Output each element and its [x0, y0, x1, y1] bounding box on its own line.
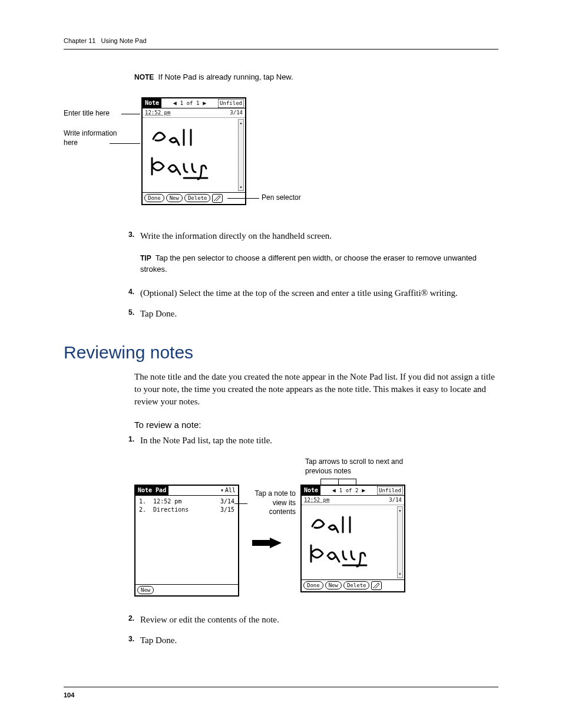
- step-b1: 1. In the Note Pad list, tap the note ti…: [119, 434, 498, 447]
- note-list: 1. 12:52 pm 3/14 2. Directions 3/15: [135, 496, 238, 584]
- pen-icon: [373, 582, 380, 588]
- palm-note-detail: Note ◀ 1 of 2 ▶ Unfiled 12:52 pm 3/14: [300, 485, 405, 592]
- new-button[interactable]: New: [325, 581, 342, 589]
- step-number: 2.: [119, 614, 140, 626]
- callout-scroll-arrows: Tap arrows to scroll to next and previou…: [305, 457, 411, 476]
- step-number: 4.: [119, 287, 140, 299]
- note-text: If Note Pad is already running, tap New.: [158, 73, 293, 81]
- handwriting-icon: [147, 123, 224, 187]
- delete-button[interactable]: Delete: [343, 581, 370, 589]
- scrollbar[interactable]: ▴ ▾: [397, 506, 403, 578]
- note-date: 3/14: [389, 496, 402, 504]
- delete-button[interactable]: Delete: [184, 194, 211, 202]
- note-canvas[interactable]: ▴ ▾: [143, 118, 245, 192]
- figure-note-list: Tap arrows to scroll to next and previou…: [134, 457, 498, 596]
- scroll-down-icon[interactable]: ▾: [240, 184, 243, 190]
- new-button[interactable]: New: [166, 194, 183, 202]
- step-b2: 2. Review or edit the contents of the no…: [119, 614, 498, 626]
- pen-icon: [214, 195, 221, 201]
- step-number: 3.: [119, 230, 140, 242]
- pen-selector-button[interactable]: [212, 194, 223, 203]
- procedure-heading: To review a note:: [134, 419, 498, 431]
- prev-arrow-icon[interactable]: ◀: [173, 99, 177, 107]
- chapter-title: Using Note Pad: [101, 37, 147, 44]
- next-arrow-icon[interactable]: ▶: [362, 486, 365, 495]
- list-item[interactable]: 1. 12:52 pm 3/14: [139, 498, 234, 506]
- palm-note-list: Note Pad ▾ All 1. 12:52 pm 3/14 2. Direc…: [134, 485, 239, 597]
- callout-pen-selector: Pen selector: [262, 193, 301, 203]
- chapter-label: Chapter 11: [64, 37, 95, 44]
- figure-note-editor: Note ◀ 1 of 1 ▶ Unfiled 12:52 pm 3/14: [64, 97, 498, 212]
- step-5: 5. Tap Done.: [119, 308, 498, 320]
- note-date: 3/14: [230, 109, 243, 117]
- tip-label: TIP: [140, 254, 151, 262]
- palm-app-title: Note: [143, 98, 161, 108]
- handwriting-icon: [306, 510, 383, 575]
- new-button[interactable]: New: [137, 586, 154, 594]
- scroll-down-icon[interactable]: ▾: [399, 571, 402, 577]
- note-time[interactable]: 12:52 pm: [304, 496, 329, 504]
- svg-marker-0: [252, 538, 282, 548]
- palm-note-editor: Note ◀ 1 of 1 ▶ Unfiled 12:52 pm 3/14: [141, 97, 246, 205]
- section-heading: Reviewing notes: [64, 340, 498, 365]
- prev-arrow-icon[interactable]: ◀: [332, 486, 336, 495]
- step-text: In the Note Pad list, tap the note title…: [140, 434, 498, 447]
- step-number: 3.: [119, 634, 140, 647]
- running-header: Chapter 11 Using Note Pad: [64, 37, 498, 50]
- category-selector[interactable]: ▾ All: [220, 486, 236, 495]
- step-3: 3. Write the information directly on the…: [119, 230, 498, 242]
- callout-write-info: Write information here: [64, 129, 128, 147]
- next-arrow-icon[interactable]: ▶: [203, 99, 206, 107]
- nav-counter: 1 of 1: [180, 100, 200, 107]
- done-button[interactable]: Done: [303, 581, 323, 589]
- step-number: 5.: [119, 308, 140, 320]
- section-intro: The note title and the date you created …: [134, 371, 498, 408]
- note-label: NOTE: [134, 73, 154, 81]
- callout-tap-note: Tap a note to view its contents: [249, 489, 296, 517]
- note-time[interactable]: 12:52 pm: [145, 109, 170, 117]
- step-b3: 3. Tap Done.: [119, 634, 498, 647]
- nav-counter: 1 of 2: [339, 487, 359, 495]
- category-selector[interactable]: Unfiled: [377, 486, 403, 495]
- step-text: (Optional) Select the time at the top of…: [140, 287, 498, 299]
- step-number: 1.: [119, 434, 140, 447]
- note-block: NOTE If Note Pad is already running, tap…: [134, 72, 498, 83]
- step-text: Write the information directly on the ha…: [140, 230, 498, 242]
- step-text: Tap Done.: [140, 308, 498, 320]
- step-text: Tap Done.: [140, 634, 498, 647]
- scroll-up-icon[interactable]: ▴: [240, 120, 243, 126]
- pen-selector-button[interactable]: [371, 581, 382, 590]
- page-number: 104: [64, 687, 498, 700]
- list-item[interactable]: 2. Directions 3/15: [139, 506, 234, 514]
- palm-app-title: Note: [302, 486, 320, 495]
- scrollbar[interactable]: ▴ ▾: [238, 119, 244, 191]
- note-canvas[interactable]: ▴ ▾: [302, 505, 404, 579]
- callout-enter-title: Enter title here: [64, 109, 110, 118]
- arrow-right-icon: [252, 538, 282, 548]
- palm-app-title: Note Pad: [135, 486, 168, 495]
- tip-block: TIP Tap the pen selector to choose a dif…: [140, 253, 498, 275]
- step-4: 4. (Optional) Select the time at the top…: [119, 287, 498, 299]
- done-button[interactable]: Done: [144, 194, 164, 202]
- tip-text: Tap the pen selector to choose a differe…: [140, 253, 477, 274]
- scroll-up-icon[interactable]: ▴: [399, 507, 402, 513]
- step-text: Review or edit the contents of the note.: [140, 614, 498, 626]
- category-selector[interactable]: Unfiled: [218, 99, 244, 108]
